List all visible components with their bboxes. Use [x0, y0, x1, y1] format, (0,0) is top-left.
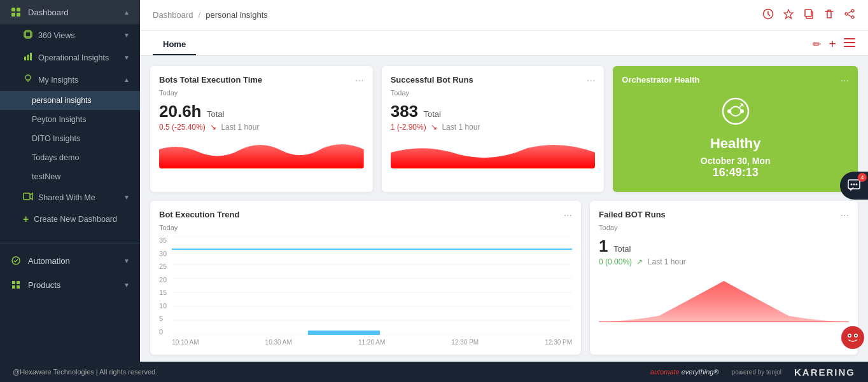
products-icon: [10, 279, 22, 290]
sidebar-item-dito[interactable]: DITO Insights: [0, 129, 140, 148]
x-axis: 10:10 AM 10:30 AM 11:20 AM 12:30 PM 12:3…: [172, 339, 572, 346]
x-1030: 10:30 AM: [265, 339, 292, 346]
tabbar-actions: ✏ +: [813, 38, 855, 55]
sidebar-item-create[interactable]: + Create New Dashboard: [0, 208, 140, 230]
metric-value-failed: 1: [599, 236, 608, 256]
x-1010: 10:10 AM: [172, 339, 199, 346]
cards-row-1: Bots Total Execution Time ··· Today 20.6…: [150, 66, 858, 192]
metric-label-bots: Total: [207, 109, 224, 119]
card-header-successful: Successful Bot Runs ···: [391, 75, 596, 86]
add-tab-icon[interactable]: +: [829, 38, 836, 50]
svg-point-19: [851, 10, 854, 12]
sidebar-item-shared[interactable]: Shared With Me ▼: [0, 186, 140, 208]
breadcrumb-root[interactable]: Dashboard: [153, 10, 193, 20]
sidebar-item-todays[interactable]: Todays demo: [0, 148, 140, 167]
svg-rect-22: [844, 38, 855, 39]
mascot-bubble[interactable]: [840, 325, 865, 350]
sidebar-item-products[interactable]: Products ▼: [0, 273, 140, 297]
card-header-failed: Failed BOT Runs ···: [599, 210, 849, 221]
card-subtitle-bots: Today: [159, 89, 364, 97]
sidebar-create-label: Create New Dashboard: [34, 215, 117, 224]
metric-sub-bots: 0.5 (-25.40%) ↘ Last 1 hour: [159, 123, 364, 132]
footer-brand: automate everything® powered by tenjol K…: [650, 367, 855, 378]
card-subtitle-trend: Today: [159, 224, 572, 231]
card-title-failed: Failed BOT Runs: [599, 210, 666, 219]
svg-rect-8: [30, 53, 32, 60]
card-menu-failed[interactable]: ···: [841, 210, 849, 221]
metric-value-bots: 20.6h: [159, 102, 202, 121]
orch-center: Healthy October 30, Mon 16:49:13: [622, 89, 849, 183]
sidebar-item-360views[interactable]: 360 Views ▼: [0, 24, 140, 46]
metric-label-successful: Total: [424, 109, 441, 119]
clock-icon[interactable]: [762, 8, 774, 22]
card-menu-trend[interactable]: ···: [564, 210, 572, 221]
trend-arrow-successful: ↘: [431, 123, 437, 132]
edit-icon[interactable]: ✏: [813, 38, 821, 50]
y-15: 15: [159, 289, 167, 296]
change-label-successful: Last 1 hour: [442, 123, 480, 132]
mini-chart-bots: [159, 137, 364, 168]
sidebar-myinsights-label: My Insights: [38, 76, 78, 85]
orch-icon: [622, 95, 849, 133]
sidebar-shared-label: Shared With Me: [38, 193, 95, 202]
sidebar-item-operational[interactable]: Operational Insights ▼: [0, 46, 140, 69]
svg-rect-36: [308, 331, 380, 335]
svg-rect-14: [12, 285, 15, 289]
y-20: 20: [159, 276, 167, 283]
chevron-up-icon: ▲: [123, 9, 130, 16]
svg-rect-6: [24, 57, 26, 60]
card-failed-bots: Failed BOT Runs ··· Today 1 Total 0 (0.0…: [590, 201, 858, 355]
card-menu-successful[interactable]: ···: [587, 75, 595, 86]
sidebar-dito-label: DITO Insights: [32, 134, 80, 143]
sidebar-item-testnew[interactable]: testNew: [0, 167, 140, 186]
card-title-trend: Bot Execution Trend: [159, 210, 239, 219]
card-menu-bots[interactable]: ···: [355, 75, 363, 86]
svg-rect-0: [11, 8, 15, 11]
y-axis: 35 30 25 20 15 10 5 0: [159, 236, 167, 344]
automation-icon: [10, 255, 22, 266]
y-30: 30: [159, 250, 167, 257]
delete-icon[interactable]: [823, 8, 835, 22]
svg-rect-13: [17, 281, 20, 284]
svg-point-46: [855, 335, 857, 337]
avatar-bubble[interactable]: 4: [840, 172, 868, 200]
chevron-automation-icon: ▼: [123, 257, 130, 264]
main-content: Dashboard / personal insights: [140, 0, 868, 362]
chevron-products-icon: ▼: [123, 282, 130, 289]
sidebar-item-automation[interactable]: Automation ▼: [0, 249, 140, 273]
y-5: 5: [159, 315, 167, 322]
copy-icon[interactable]: [803, 8, 815, 22]
shared-icon: [23, 191, 33, 203]
sidebar-item-dashboard[interactable]: Dashboard ▲: [0, 0, 140, 24]
sidebar-item-personal[interactable]: personal insights: [0, 91, 140, 110]
x-1230a: 12:30 PM: [451, 339, 479, 346]
sidebar-dashboard-label: Dashboard: [28, 8, 69, 17]
dashboard-icon: [10, 6, 22, 18]
sidebar-operational-label: Operational Insights: [38, 53, 109, 62]
sidebar-automation-label: Automation: [28, 256, 70, 266]
card-header-trend: Bot Execution Trend ···: [159, 210, 572, 221]
sidebar-personal-label: personal insights: [32, 96, 92, 105]
tabbar: Home ✏ +: [140, 31, 868, 56]
sidebar-item-peyton[interactable]: Peyton Insights: [0, 110, 140, 129]
y-10: 10: [159, 302, 167, 310]
card-title-successful: Successful Bot Runs: [391, 75, 473, 85]
card-header-bots: Bots Total Execution Time ···: [159, 75, 364, 86]
footer-automate: automate everything®: [650, 368, 719, 376]
pin-icon[interactable]: [783, 8, 794, 22]
breadcrumb-current: personal insights: [206, 10, 268, 20]
topbar-actions: [762, 8, 855, 22]
svg-rect-23: [844, 42, 855, 43]
hamburger-icon[interactable]: [844, 38, 855, 50]
orch-status: Healthy: [622, 135, 849, 152]
cards-row-2: Bot Execution Trend ··· Today 35 30 25 2…: [150, 201, 858, 355]
share-icon[interactable]: [844, 8, 855, 22]
sidebar-360views-label: 360 Views: [38, 31, 74, 40]
svg-rect-15: [17, 285, 20, 289]
tab-home[interactable]: Home: [153, 33, 196, 55]
sidebar-item-myinsights[interactable]: My Insights ▲: [0, 69, 140, 91]
card-menu-orch[interactable]: ···: [841, 75, 849, 86]
card-subtitle-successful: Today: [391, 89, 596, 97]
change-label-failed: Last 1 hour: [648, 257, 686, 266]
svg-rect-2: [11, 13, 15, 17]
